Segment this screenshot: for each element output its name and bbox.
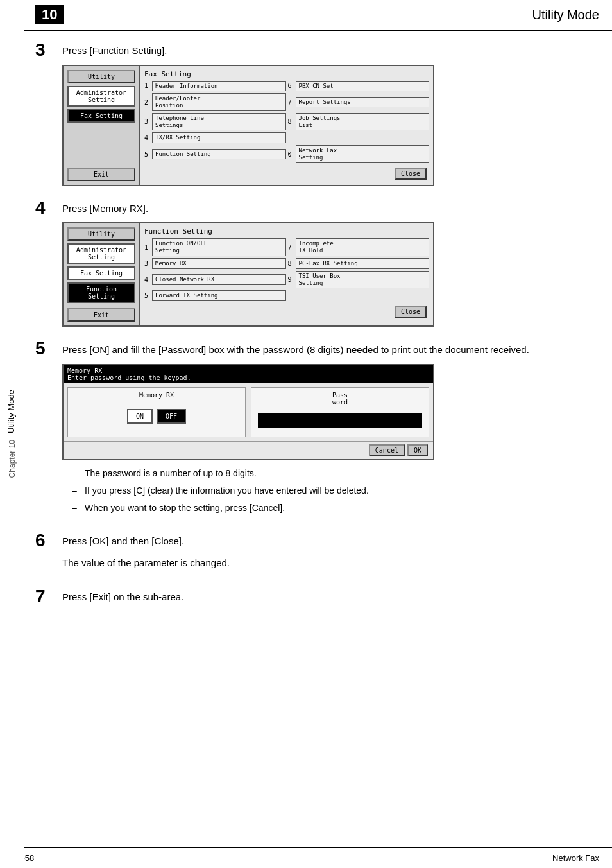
header-info-btn[interactable]: Header Information <box>152 81 286 92</box>
bullet-2: If you press [C] (clear) the information… <box>75 484 593 498</box>
password-section-title: Password <box>255 392 425 408</box>
fax-item-1: 1 Header Information <box>144 81 286 92</box>
tsi-user-box-btn[interactable]: TSI User BoxSetting <box>296 271 430 289</box>
memory-rx-section: Memory RX ON OFF <box>67 387 246 437</box>
ok-button[interactable]: OK <box>407 444 428 456</box>
page-title: Utility Mode <box>532 8 599 22</box>
step-3-text: Press [Function Setting]. <box>62 44 593 58</box>
step-4-ui-main: Function Setting 1 Function ON/OFFSettin… <box>140 223 433 326</box>
step-4-grid: 1 Function ON/OFFSetting 7 IncompleteTX … <box>144 238 429 301</box>
step-4-panel-title: Function Setting <box>144 227 429 236</box>
step-4: 4 Press [Memory RX]. Utility Administrat… <box>35 202 593 327</box>
step-3-panel: Utility AdministratorSetting Fax Setting… <box>62 65 434 186</box>
func-item-9: 9 TSI User BoxSetting <box>288 271 430 289</box>
forward-tx-btn[interactable]: Forward TX Setting <box>152 290 286 301</box>
fax-item-6: 6 PBX CN Set <box>288 81 430 92</box>
on-button[interactable]: ON <box>127 409 153 424</box>
password-section: Password <box>251 387 429 437</box>
report-settings-btn[interactable]: Report Settings <box>296 97 430 108</box>
bullet-3: When you want to stop the setting, press… <box>75 501 593 515</box>
func-item-8: 8 PC-Fax RX Setting <box>288 258 430 269</box>
bullet-1: The password is a number of up to 8 digi… <box>75 467 593 480</box>
chapter-number: 10 <box>35 5 64 24</box>
utility-btn-s3[interactable]: Utility <box>67 70 135 83</box>
fax-item-0: 0 Network FaxSetting <box>288 145 430 163</box>
cancel-button[interactable]: Cancel <box>369 444 405 456</box>
off-button[interactable]: OFF <box>157 409 186 424</box>
memory-on-off-controls: ON OFF <box>72 409 241 424</box>
header-footer-btn[interactable]: Header/FooterPosition <box>152 93 286 111</box>
fax-setting-btn-s4[interactable]: Fax Setting <box>67 266 135 280</box>
step-3-number: 3 <box>35 41 55 59</box>
memory-panel-header: Memory RX Enter password using the keypa… <box>64 365 433 383</box>
step-5: 5 Press [ON] and fill the [Password] box… <box>35 342 593 519</box>
admin-setting-btn-s3[interactable]: AdministratorSetting <box>67 86 135 107</box>
step-6-subtext: The value of the parameter is changed. <box>62 555 593 571</box>
exit-btn-s4[interactable]: Exit <box>67 308 135 322</box>
network-fax-setting-btn[interactable]: Network FaxSetting <box>296 145 430 163</box>
pbx-cn-set-btn[interactable]: PBX CN Set <box>296 81 430 92</box>
exit-btn-s3[interactable]: Exit <box>67 168 135 181</box>
step-5-bullets: The password is a number of up to 8 digi… <box>62 467 593 515</box>
utility-btn-s4[interactable]: Utility <box>67 227 135 241</box>
txrx-setting-btn[interactable]: TX/RX Setting <box>152 132 286 143</box>
function-setting-btn-s3[interactable]: Function Setting <box>152 149 286 160</box>
func-item-7: 7 IncompleteTX Hold <box>288 238 430 256</box>
fax-item-5: 5 Function Setting <box>144 145 286 163</box>
closed-network-rx-btn[interactable]: Closed Network RX <box>152 274 286 285</box>
step-3-panel-title: Fax Setting <box>144 70 429 78</box>
incomplete-tx-btn[interactable]: IncompleteTX Hold <box>296 238 430 256</box>
sidebar-chapter-label: Chapter 10 <box>8 440 17 478</box>
step-7-content: Press [Exit] on the sub-area. <box>62 590 593 611</box>
telephone-line-btn[interactable]: Telephone LineSettings <box>152 113 286 131</box>
step-3: 3 Press [Function Setting]. Utility Admi… <box>35 44 593 186</box>
pc-fax-rx-btn[interactable]: PC-Fax RX Setting <box>296 258 430 269</box>
main-content: 3 Press [Function Setting]. Utility Admi… <box>0 44 612 645</box>
memory-rx-btn[interactable]: Memory RX <box>152 258 286 269</box>
memory-body: Memory RX ON OFF Password <box>64 383 433 441</box>
step-4-content: Press [Memory RX]. Utility Administrator… <box>62 202 593 327</box>
sidebar-mode-label: Utility Mode <box>6 390 17 433</box>
step-6-number: 6 <box>35 532 55 550</box>
function-setting-active-btn-s4[interactable]: Function Setting <box>67 282 135 303</box>
func-item-3: 3 Memory RX <box>144 258 286 269</box>
password-input-display <box>258 413 422 428</box>
step-4-text: Press [Memory RX]. <box>62 202 593 216</box>
fax-item-8: 8 Job SettingsList <box>288 113 430 131</box>
job-settings-btn[interactable]: Job SettingsList <box>296 113 430 131</box>
step-7-text: Press [Exit] on the sub-area. <box>62 590 593 605</box>
func-item-4: 4 Closed Network RX <box>144 271 286 289</box>
close-btn-s3[interactable]: Close <box>395 168 427 180</box>
function-onoff-btn[interactable]: Function ON/OFFSetting <box>152 238 286 256</box>
fax-item-empty <box>288 132 430 143</box>
step-4-panel: Utility AdministratorSetting Fax Setting… <box>62 222 434 327</box>
step-4-number: 4 <box>35 199 55 217</box>
step-3-footer: Close <box>144 166 429 181</box>
step-5-number: 5 <box>35 340 55 358</box>
step-3-ui-main: Fax Setting 1 Header Information 6 PBX C… <box>140 66 433 185</box>
step-6-content: Press [OK] and then [Close]. The value o… <box>62 534 593 575</box>
fax-setting-btn-s3[interactable]: Fax Setting <box>67 109 135 123</box>
footer-right: Network Fax <box>552 853 599 863</box>
step-3-grid: 1 Header Information 6 PBX CN Set 2 Head… <box>144 81 429 163</box>
admin-setting-btn-s4[interactable]: AdministratorSetting <box>67 243 135 264</box>
memory-rx-section-title: Memory RX <box>72 392 241 401</box>
func-item-5: 5 Forward TX Setting <box>144 290 286 301</box>
step-6: 6 Press [OK] and then [Close]. The value… <box>35 534 593 575</box>
step-6-text: Press [OK] and then [Close]. <box>62 534 593 549</box>
memory-header-line1: Memory RX <box>67 367 429 374</box>
memory-header-line2: Enter password using the keypad. <box>67 374 429 381</box>
fax-item-3: 3 Telephone LineSettings <box>144 113 286 131</box>
fax-item-7: 7 Report Settings <box>288 93 430 111</box>
step-7: 7 Press [Exit] on the sub-area. <box>35 590 593 611</box>
step-5-text: Press [ON] and fill the [Password] box w… <box>62 342 593 358</box>
step-4-footer: Close <box>144 304 429 319</box>
step-3-ui-sidebar: Utility AdministratorSetting Fax Setting… <box>64 66 140 185</box>
fax-item-2: 2 Header/FooterPosition <box>144 93 286 111</box>
fax-empty-btn <box>296 137 430 139</box>
page-footer: 10-58 Network Fax <box>0 847 612 868</box>
memory-rx-panel: Memory RX Enter password using the keypa… <box>62 364 434 460</box>
close-btn-s4[interactable]: Close <box>395 306 427 318</box>
func-item-1: 1 Function ON/OFFSetting <box>144 238 286 256</box>
memory-footer: Cancel OK <box>64 441 433 459</box>
